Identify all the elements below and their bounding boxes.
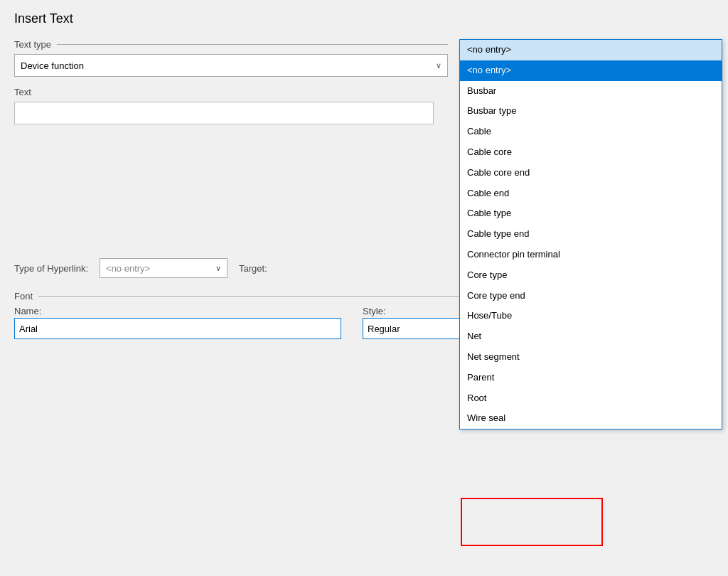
font-name-label: Name: [14,306,341,316]
source-dropdown-item[interactable]: <no entry> [460,40,722,60]
text-type-label: Text type [14,39,51,50]
hyperlink-chevron-icon: ∨ [215,264,221,273]
text-type-header: Text type [14,39,448,50]
source-dropdown-item[interactable]: Cable type [460,203,722,224]
insert-text-dialog: Insert Text Text type Device function ∨ … [0,0,728,576]
source-dropdown-item[interactable]: <no entry> [460,60,722,81]
source-dropdown-item[interactable]: Busbar type [460,101,722,122]
hyperlink-value: <no entry> [106,263,150,274]
source-dropdown-item[interactable]: Core type [460,265,722,286]
dialog-title: Insert Text [14,11,714,26]
source-dropdown-item[interactable]: Busbar [460,81,722,102]
chevron-down-icon: ∨ [436,61,441,70]
hyperlink-select[interactable]: <no entry> ∨ [100,258,228,278]
source-dropdown-item[interactable]: Cable type end [460,224,722,245]
font-label: Font [14,291,33,302]
source-dropdown-item[interactable]: Hose/Tube [460,306,722,326]
source-section: Source <no entry><no entry>BusbarBusbar … [459,39,714,54]
parent-root-highlight [461,498,603,546]
source-dropdown-item[interactable]: Cable [460,122,722,142]
font-name-input[interactable] [14,318,341,339]
source-dropdown-item[interactable]: Net segment [460,347,722,368]
source-dropdown-item[interactable]: Core type end [460,286,722,306]
text-type-value: Device function [21,60,84,71]
source-dropdown-item[interactable]: Parent [460,368,722,388]
source-dropdown[interactable]: <no entry><no entry>BusbarBusbar typeCab… [459,39,722,430]
text-input[interactable] [14,102,434,124]
source-dropdown-item[interactable]: Connector pin terminal [460,245,722,265]
source-dropdown-item[interactable]: Root [460,388,722,409]
hyperlink-label: Type of Hyperlink: [14,263,88,274]
source-dropdown-item[interactable]: Cable end [460,183,722,204]
text-type-section: Text type Device function ∨ [14,39,448,77]
source-dropdown-item[interactable]: Cable core end [460,163,722,183]
text-type-divider [57,44,448,45]
target-label: Target: [239,263,267,274]
font-name-col: Name: [14,306,341,339]
top-fieldset-group: Text type Device function ∨ Source <no e… [14,39,714,77]
source-dropdown-item[interactable]: Net [460,326,722,347]
source-dropdown-item[interactable]: Wire seal [460,408,722,429]
text-type-select[interactable]: Device function ∨ [14,54,448,77]
source-dropdown-item[interactable]: Cable core [460,142,722,163]
